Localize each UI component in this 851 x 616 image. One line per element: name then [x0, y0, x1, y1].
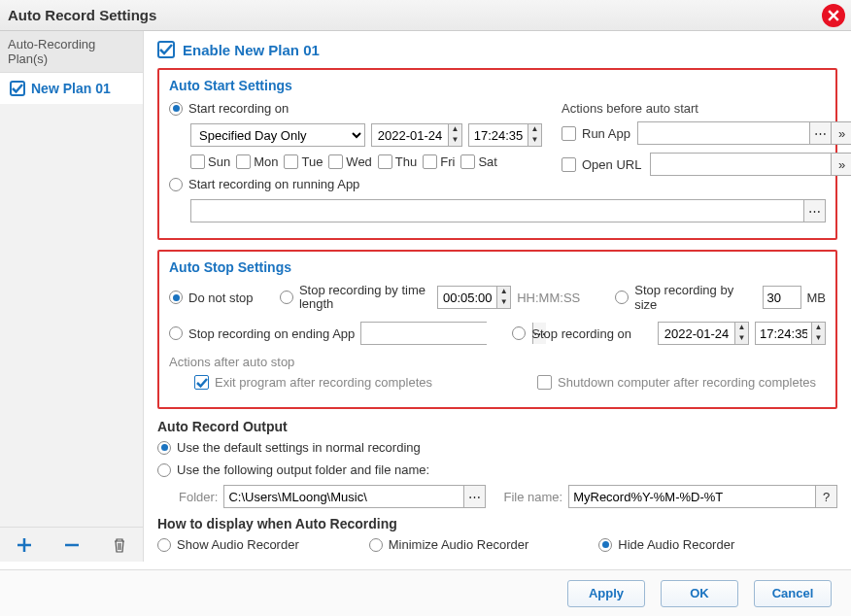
run-app-browse-button[interactable]: ⋯ [809, 122, 831, 144]
start-on-app-label: Start recording on running App [188, 177, 359, 191]
stop-date-field[interactable]: ▲▼ [658, 322, 749, 345]
delete-plan-button[interactable] [112, 537, 127, 553]
open-url-checkbox[interactable] [562, 157, 576, 172]
run-app-label: Run App [582, 126, 631, 141]
start-mode-select[interactable]: Specified Day Only [190, 123, 365, 147]
start-on-radio[interactable] [169, 102, 183, 116]
filename-help-button[interactable]: ? [815, 486, 836, 507]
folder-field[interactable]: ⋯ [223, 485, 486, 508]
day-tue-checkbox[interactable] [284, 154, 298, 169]
stop-by-size-radio[interactable] [615, 291, 629, 304]
window-title: Auto Record Settings [8, 7, 156, 23]
dialog-footer: Apply OK Cancel [0, 569, 851, 616]
folder-browse-button[interactable]: ⋯ [463, 486, 485, 507]
start-on-label: Start recording on [188, 101, 289, 116]
day-fri-checkbox[interactable] [423, 154, 437, 169]
ending-app-field[interactable]: ⋯ [360, 322, 487, 345]
sidebar-item-plan[interactable]: New Plan 01 [0, 73, 143, 104]
ok-button[interactable]: OK [661, 580, 738, 607]
cancel-button[interactable]: Cancel [754, 580, 832, 607]
use-default-radio[interactable] [157, 441, 171, 455]
enable-plan-label: Enable New Plan 01 [183, 42, 320, 58]
run-app-checkbox[interactable] [562, 126, 576, 141]
close-icon [828, 10, 839, 21]
enable-plan-checkbox[interactable] [157, 41, 175, 58]
display-show-radio[interactable] [157, 538, 171, 552]
day-sat-checkbox[interactable] [460, 154, 475, 169]
close-button[interactable] [822, 4, 845, 27]
open-url-field[interactable]: » [650, 153, 851, 176]
auto-stop-title: Auto Stop Settings [169, 259, 826, 275]
exit-program-checkbox[interactable] [194, 375, 209, 390]
remove-plan-button[interactable] [63, 536, 81, 554]
start-on-app-radio[interactable] [169, 178, 183, 191]
stop-by-length-radio[interactable] [280, 291, 293, 304]
run-app-field[interactable]: ⋯ » [637, 121, 851, 145]
sidebar-header: Auto-Recording Plan(s) [0, 31, 143, 73]
output-section: Auto Record Output Use the default setti… [157, 419, 837, 508]
day-thu-checkbox[interactable] [378, 154, 392, 169]
start-date-field[interactable]: ▲▼ [371, 123, 462, 147]
do-not-stop-radio[interactable] [169, 291, 183, 304]
sidebar-toolbar [0, 527, 143, 562]
display-section: How to display when Auto Recording Show … [157, 516, 837, 552]
titlebar: Auto Record Settings [0, 0, 851, 31]
sidebar: Auto-Recording Plan(s) New Plan 01 [0, 31, 144, 562]
apply-button[interactable]: Apply [567, 580, 645, 607]
shutdown-checkbox[interactable] [537, 375, 552, 390]
stop-time-field[interactable]: ▲▼ [755, 322, 826, 345]
filename-field[interactable]: ? [568, 485, 837, 508]
display-hide-radio[interactable] [598, 538, 612, 552]
open-url-label: Open URL [582, 157, 644, 172]
add-plan-button[interactable] [16, 536, 33, 554]
run-app-go-button[interactable]: » [831, 122, 851, 144]
days-row: Sun Mon Tue Wed Thu Fri Sat [190, 154, 542, 169]
day-sun-checkbox[interactable] [190, 154, 205, 169]
stop-length-field[interactable]: ▲▼ [437, 286, 511, 309]
open-url-go-button[interactable]: » [831, 154, 851, 175]
output-title: Auto Record Output [157, 419, 837, 434]
display-minimize-radio[interactable] [369, 538, 383, 552]
stop-size-field[interactable] [763, 286, 801, 309]
day-wed-checkbox[interactable] [328, 154, 343, 169]
display-title: How to display when Auto Recording [157, 516, 837, 531]
main-panel: Enable New Plan 01 Auto Start Settings S… [144, 31, 851, 562]
auto-stop-section: Auto Stop Settings Do not stop Stop reco… [157, 250, 837, 409]
plan-label: New Plan 01 [31, 81, 111, 96]
running-app-field[interactable]: ⋯ [190, 199, 826, 222]
plan-checkbox[interactable] [10, 81, 25, 96]
auto-start-section: Auto Start Settings Start recording on S… [157, 68, 837, 240]
start-time-field[interactable]: ▲▼ [468, 123, 542, 147]
use-custom-radio[interactable] [157, 463, 171, 477]
actions-after-label: Actions after auto stop [169, 355, 826, 369]
auto-start-title: Auto Start Settings [169, 78, 826, 93]
stop-on-ending-app-radio[interactable] [169, 326, 183, 340]
running-app-browse-button[interactable]: ⋯ [803, 200, 825, 222]
day-mon-checkbox[interactable] [236, 154, 251, 169]
actions-before-label: Actions before auto start [562, 101, 851, 116]
